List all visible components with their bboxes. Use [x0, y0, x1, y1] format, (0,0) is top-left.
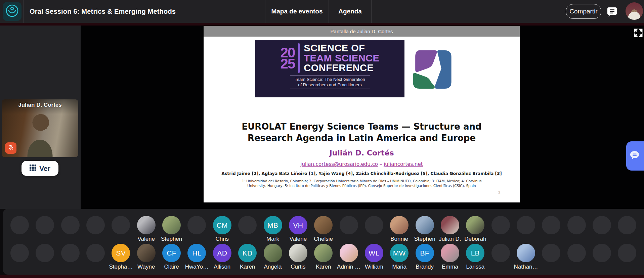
participant-avatar[interactable]: [314, 216, 333, 234]
participant-avatar[interactable]: [441, 216, 459, 234]
participant-avatar-empty: [10, 244, 29, 262]
app-logo[interactable]: [3, 2, 22, 21]
presenter-video-tile[interactable]: Julian D. Cortes: [2, 99, 78, 157]
participant-avatar[interactable]: [162, 216, 181, 234]
participant-avatar[interactable]: MW: [390, 244, 409, 262]
participant-avatar-empty: [491, 216, 510, 234]
participant-avatar-empty: [542, 244, 560, 262]
banner-tagline: Team Science: The Next Generation of Res…: [290, 76, 370, 89]
participant-avatar-empty: [86, 244, 105, 262]
participant-avatar-empty: [491, 244, 510, 262]
participant-avatar[interactable]: [289, 244, 307, 262]
banner-divider-bar: [298, 43, 300, 73]
user-avatar[interactable]: [626, 2, 643, 20]
welo-logo-icon: [5, 3, 19, 19]
chat-panel-tab[interactable]: [626, 141, 644, 171]
nav-item-agenda[interactable]: Agenda: [329, 0, 371, 23]
mic-muted-badge: [5, 142, 16, 154]
participants-panel: ValerieStephenCMChrisMBMarkVHValerieChel…: [3, 209, 644, 275]
nav-divider: [371, 0, 372, 23]
participant-name: Chris: [207, 236, 237, 242]
participant-avatar[interactable]: [390, 216, 409, 234]
slide-page-number: 3: [492, 190, 506, 195]
grid-icon: [30, 165, 36, 173]
participant-avatar-empty: [618, 216, 636, 234]
top-bar: Oral Session 6: Metrics & Emerging Metho…: [0, 0, 644, 23]
screen-share-titlebar: Pantalla de Julian D. Cortes: [204, 26, 520, 37]
inscits-pinwheel-logo: [409, 47, 456, 92]
participant-avatar-empty: [542, 216, 560, 234]
banner-wordmark: SCIENCE OF TEAM SCIENCE CONFERENCE: [304, 43, 379, 73]
fullscreen-icon[interactable]: [634, 28, 643, 38]
participant-avatar-empty: [61, 216, 80, 234]
header-accent-strip: [0, 23, 644, 26]
participant-avatar[interactable]: WL: [365, 244, 383, 262]
participant-avatar-empty: [61, 244, 80, 262]
participant-avatar[interactable]: VH: [289, 216, 307, 234]
participant-avatar-empty: [517, 216, 535, 234]
participant-avatar[interactable]: BF: [416, 244, 434, 262]
mic-off-icon: [7, 144, 14, 152]
participant-avatar-empty: [340, 216, 358, 234]
slide-links: julian.cortess@urosario.edu.co – julianc…: [204, 161, 520, 167]
participants-row-2: SVStepha…WayneCFClaireHLHwaYo…ADAllisonK…: [3, 244, 644, 275]
feed-chat-icon[interactable]: [607, 7, 617, 17]
view-grid-button[interactable]: Ver: [22, 161, 58, 176]
left-rail: Julian D. Cortes: [0, 26, 81, 209]
website-link[interactable]: juliancortes.net: [384, 161, 423, 167]
participant-avatar[interactable]: AD: [213, 244, 231, 262]
conference-banner: 20 25 SCIENCE OF TEAM SCIENCE CONFERENCE…: [255, 40, 404, 97]
participant-avatar[interactable]: MB: [264, 216, 282, 234]
participant-avatar[interactable]: [466, 216, 484, 234]
participant-avatar-empty: [593, 216, 611, 234]
participant-avatar[interactable]: LB: [466, 244, 484, 262]
participant-avatar[interactable]: SV: [112, 244, 130, 262]
view-button-label: Ver: [39, 165, 50, 173]
meeting-app: Oral Session 6: Metrics & Emerging Metho…: [0, 0, 644, 278]
email-link[interactable]: julian.cortess@urosario.edu.co: [300, 161, 378, 167]
participant-name: Nathan…: [511, 264, 541, 270]
participant-avatar-empty: [618, 244, 636, 262]
participant-name: Larissa: [460, 264, 490, 270]
participant-avatar-empty: [86, 216, 105, 234]
participant-avatar-empty: [567, 216, 586, 234]
participant-avatar[interactable]: [137, 216, 156, 234]
slide-author: Julián D. Cortés: [204, 149, 520, 157]
share-button[interactable]: Compartir: [566, 4, 601, 19]
slide-coauthors: Astrid Jaime [2], Aglaya Batz Liñeiro [1…: [204, 171, 520, 176]
participant-avatar-empty: [10, 216, 29, 234]
nav-item-event-map[interactable]: Mapa de eventos: [265, 0, 329, 23]
participant-avatar[interactable]: [340, 244, 358, 262]
participant-name: Deborah: [460, 236, 490, 242]
participant-avatar[interactable]: CM: [213, 216, 231, 234]
participants-row-1: ValerieStephenCMChrisMBMarkVHValerieChel…: [3, 216, 644, 247]
presenter-name: Julian D. Cortes: [2, 102, 78, 108]
participant-avatar-empty: [187, 216, 206, 234]
participant-avatar[interactable]: [264, 244, 282, 262]
slide-affiliations: 1: Universidad del Rosario, Colombia; 2:…: [234, 179, 489, 188]
participant-avatar-empty: [36, 216, 54, 234]
participant-avatar[interactable]: [314, 244, 333, 262]
participant-avatar-empty: [238, 216, 257, 234]
participant-avatar-empty: [593, 244, 611, 262]
link-separator: –: [380, 161, 382, 167]
screen-share-label: Pantalla de Julian D. Cortes: [331, 29, 393, 34]
participant-avatar-empty: [36, 244, 54, 262]
chat-bubble-icon: [629, 150, 640, 162]
participant-avatar[interactable]: CF: [162, 244, 181, 262]
participant-avatar[interactable]: [416, 216, 434, 234]
slide-title: EUROLAT Energy Science Teams — Structure…: [204, 121, 520, 144]
participant-avatar-empty: [112, 216, 130, 234]
participant-name: Stephen: [157, 236, 187, 242]
shared-slide: 20 25 SCIENCE OF TEAM SCIENCE CONFERENCE…: [204, 37, 520, 202]
participant-name: Chelsie: [308, 236, 339, 242]
participant-avatar[interactable]: [517, 244, 535, 262]
header-divider: [24, 0, 24, 23]
participant-avatar[interactable]: [441, 244, 459, 262]
participant-avatar-empty: [365, 216, 383, 234]
participant-avatar[interactable]: KD: [238, 244, 257, 262]
participant-avatar[interactable]: HL: [187, 244, 206, 262]
participant-avatar[interactable]: [137, 244, 156, 262]
participant-avatar-empty: [567, 244, 586, 262]
bottom-accent-strip: [0, 275, 644, 278]
